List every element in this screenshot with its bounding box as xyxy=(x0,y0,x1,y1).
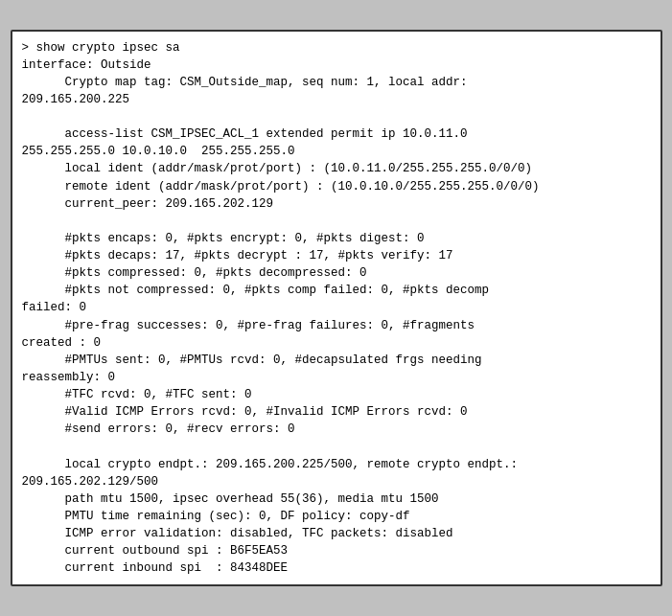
terminal-output: > show crypto ipsec sa interface: Outsid… xyxy=(12,32,660,585)
terminal-window: > show crypto ipsec sa interface: Outsid… xyxy=(11,30,662,587)
